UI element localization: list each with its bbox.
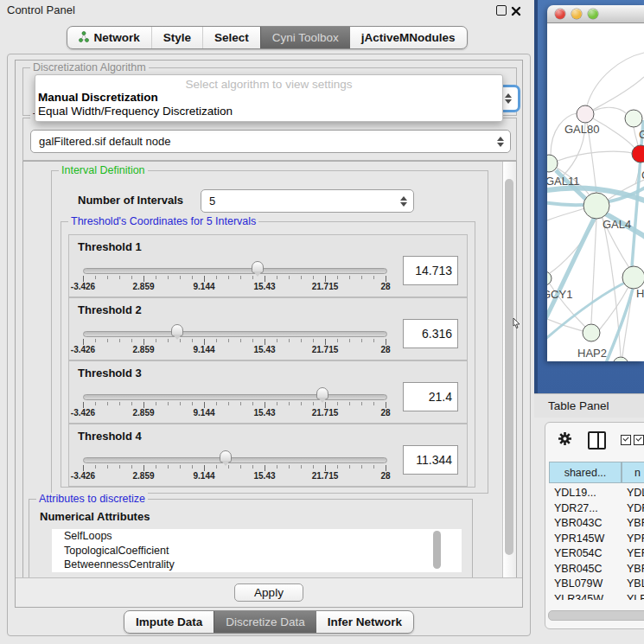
number-of-intervals-value: 5: [209, 194, 215, 207]
tab-jactivemnodules[interactable]: jActiveMNodules: [350, 27, 467, 48]
tab-style[interactable]: Style: [151, 27, 202, 48]
table-cell[interactable]: YPR1: [622, 532, 644, 547]
threshold-4-value-field[interactable]: 11.344: [403, 445, 458, 475]
table-cell[interactable]: YLR3: [622, 592, 644, 601]
attribute-list-item[interactable]: BetweennessCentrality: [52, 558, 462, 572]
numerical-attributes-list[interactable]: SelfLoopsTopologicalCoefficientBetweenne…: [52, 529, 462, 572]
network-edge[interactable]: [558, 151, 632, 161]
numerical-attributes-label: Numerical Attributes: [40, 510, 150, 523]
tab-impute-data[interactable]: Impute Data: [124, 611, 214, 633]
table-row[interactable]: YBR043CYBR0: [549, 516, 644, 532]
slider-tick: [240, 276, 241, 279]
dropdown-option-manual-discretization[interactable]: Manual Discretization: [38, 91, 158, 104]
network-canvas[interactable]: GAL80G.CGAL11GAL4GCY1HHAP2: [547, 23, 644, 361]
table-panel-card: shared... n YDL19...YDL1YDR27...YDR2YBR0…: [545, 422, 644, 629]
number-of-intervals-combo[interactable]: 5: [201, 189, 414, 213]
table-row[interactable]: YDR27...YDR2: [549, 501, 644, 517]
network-edge[interactable]: [547, 319, 583, 331]
table-cell[interactable]: YPR145W: [549, 532, 622, 547]
network-edge[interactable]: [591, 219, 596, 323]
tab-network[interactable]: Network: [67, 27, 150, 48]
slider-tick: [252, 339, 253, 342]
network-node[interactable]: [625, 110, 642, 127]
threshold-1-value-field[interactable]: 14.713: [403, 256, 458, 285]
select-all-columns-icon[interactable]: [621, 435, 644, 445]
slider-tick: [180, 465, 181, 469]
column-header-name[interactable]: n: [622, 462, 644, 483]
network-edge[interactable]: [547, 208, 584, 220]
table-row[interactable]: YLR345WYLR3: [549, 592, 644, 601]
table-cell[interactable]: YER054C: [549, 546, 622, 562]
close-traffic-light-icon[interactable]: [555, 9, 565, 19]
network-edge[interactable]: [594, 107, 626, 113]
zoom-traffic-light-icon[interactable]: [588, 9, 598, 19]
table-cell[interactable]: YDL1: [622, 486, 644, 501]
table-cell[interactable]: YER0: [622, 546, 644, 562]
slider-tick: [337, 465, 338, 469]
table-row[interactable]: YBL079WYBL0: [549, 577, 644, 592]
float-window-icon[interactable]: [496, 5, 507, 16]
tab-cyni-toolbox[interactable]: Cyni Toolbox: [260, 27, 350, 48]
table-row[interactable]: YBR045CYBR0: [549, 562, 644, 577]
settings-scrollbar[interactable]: [502, 162, 516, 578]
network-edge[interactable]: [593, 77, 644, 110]
table-cell[interactable]: YDR27...: [549, 501, 622, 517]
network-node[interactable]: [632, 145, 644, 163]
tab-infer-network[interactable]: Infer Network: [316, 611, 413, 633]
table-cell[interactable]: YBL0: [622, 577, 644, 592]
discretize-content: Discretization Algorithm Select algorith…: [15, 60, 523, 608]
table-row[interactable]: YDL19...YDL1: [549, 486, 644, 501]
attribute-list-item[interactable]: SelfLoops: [52, 529, 462, 544]
table-cell[interactable]: YDL19...: [549, 486, 622, 501]
threshold-2-slider-thumb[interactable]: [171, 324, 183, 336]
slider-tick: [337, 402, 338, 405]
table-cell[interactable]: YBR0: [622, 562, 644, 577]
slider-tick: [325, 276, 326, 282]
network-node[interactable]: [583, 324, 600, 341]
application-window: Control Panel Network Style Select: [0, 0, 644, 644]
thresholds-group-title: Threshold's Coordinates for 5 Intervals: [68, 215, 258, 227]
table-horizontal-scrollbar[interactable]: [548, 610, 644, 621]
minimize-traffic-light-icon[interactable]: [571, 9, 582, 19]
table-row[interactable]: YER054CYER0: [549, 546, 644, 562]
slider-tick: [107, 276, 108, 279]
network-node[interactable]: [613, 357, 628, 361]
tab-select[interactable]: Select: [202, 27, 260, 48]
show-columns-icon[interactable]: [588, 431, 606, 450]
table-cell[interactable]: YBL079W: [549, 577, 622, 592]
table-row[interactable]: YPR145WYPR1: [549, 532, 644, 547]
network-node[interactable]: [547, 271, 552, 285]
threshold-2-value-field[interactable]: 6.316: [403, 319, 458, 348]
tab-discretize-data[interactable]: Discretize Data: [214, 611, 316, 633]
slider-tick-label: 28: [380, 345, 390, 354]
table-cell[interactable]: YBR043C: [549, 516, 622, 532]
network-node[interactable]: [583, 193, 609, 219]
column-header-shared-name[interactable]: shared...: [549, 462, 622, 483]
network-highlight-edge[interactable]: [606, 289, 633, 361]
network-node[interactable]: [547, 155, 558, 172]
network-icon: [79, 31, 89, 45]
threshold-1-slider-thumb[interactable]: [252, 261, 264, 273]
table-cell[interactable]: YBR045C: [549, 562, 622, 577]
attribute-list-item[interactable]: TopologicalCoefficient: [52, 544, 462, 558]
threshold-3-value-field[interactable]: 21.4: [403, 382, 458, 411]
table-data-combo[interactable]: galFiltered.sif default node: [30, 130, 511, 153]
network-node[interactable]: [622, 266, 644, 289]
table-cell[interactable]: YBR0: [622, 516, 644, 532]
slider-tick: [228, 402, 229, 405]
slider-tick: [216, 402, 217, 405]
threshold-3-slider-thumb[interactable]: [316, 387, 328, 399]
slider-tick: [131, 465, 132, 469]
close-icon[interactable]: [511, 4, 521, 15]
scrollbar-thumb[interactable]: [505, 179, 513, 555]
table-cell[interactable]: YDR2: [622, 501, 644, 517]
dropdown-option-equal-width-frequency[interactable]: Equal Width/Frequency Discretization: [38, 105, 233, 118]
slider-tick: [95, 276, 96, 279]
apply-button[interactable]: Apply: [234, 583, 303, 602]
slider-tick: [252, 465, 253, 469]
table-cell[interactable]: YLR345W: [549, 592, 622, 601]
attributes-list-scrollbar[interactable]: [433, 531, 441, 569]
network-node[interactable]: [577, 105, 594, 123]
gear-icon[interactable]: [557, 430, 573, 450]
threshold-4-slider-thumb[interactable]: [220, 450, 232, 462]
